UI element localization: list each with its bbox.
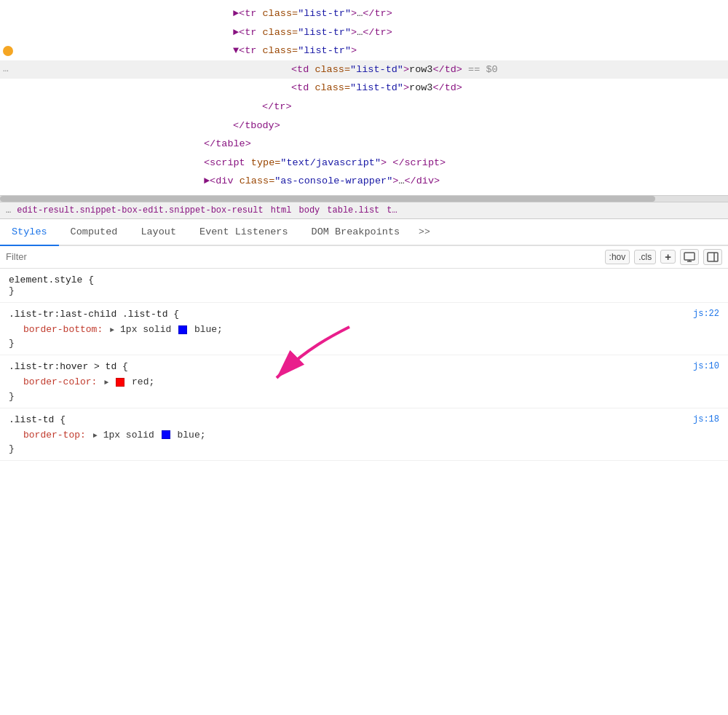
css-property-line: border-color: ► red; [9,374,719,390]
add-style-button[interactable]: + [660,250,676,264]
html-content: <script type="text/javascript"> </script… [29,155,728,171]
html-line[interactable]: ▼<tr class="list-tr"> [0,42,728,60]
tabs-bar: Styles Computed Layout Event Listeners D… [0,219,728,246]
html-line[interactable]: ►<tr class="list-tr">…</tr> [0,4,728,23]
html-line-selected[interactable]: … <td class="list-td">row3</td> == $0 [0,60,728,79]
html-tree-panel: ►<tr class="list-tr">…</tr> ►<tr class="… [0,0,728,196]
css-source[interactable]: js:18 [693,414,719,424]
sidebar-icon-button[interactable] [703,249,722,265]
expand-triangle[interactable]: ► [110,326,119,334]
filter-controls: :hov .cls + [605,249,722,265]
html-line[interactable]: ►<div class="as-console-wrapper">…</div> [0,172,728,191]
css-selector: .list-tr:last-child .list-td { [9,309,179,320]
tab-layout[interactable]: Layout [129,219,188,246]
color-swatch-blue[interactable] [162,430,170,439]
css-rule-header: .list-td { js:18 [9,414,719,425]
css-color-label: red; [132,376,154,387]
expand-triangle[interactable]: ► [93,432,102,440]
css-source[interactable]: js:10 [693,361,719,371]
dots-icon: … [3,62,9,77]
hov-button[interactable]: :hov [605,250,630,264]
tab-computed[interactable]: Computed [59,219,130,246]
filter-input[interactable] [6,251,599,262]
monitor-icon [684,251,695,263]
breadcrumb-item[interactable]: body [298,205,320,216]
html-content: ►<tr class="list-tr">…</tr> [29,6,728,22]
html-content: </tbody> [29,118,728,134]
tab-styles[interactable]: Styles [0,219,59,246]
html-line[interactable]: ►<tr class="list-tr">…</tr> [0,23,728,42]
tab-event-listeners[interactable]: Event Listeners [188,219,300,246]
html-content: <td class="list-td">row3</td> [29,80,728,96]
css-property-value: 1px solid [103,430,160,441]
html-content: ►<div class="as-console-wrapper">…</div> [29,173,728,189]
css-selector: element.style { [9,274,719,285]
svg-rect-0 [684,253,695,260]
html-line[interactable]: </table> [0,135,728,154]
html-line[interactable]: </tbody> [0,116,728,135]
expand-triangle[interactable]: ► [104,379,113,387]
css-property-name: border-top: [23,430,86,441]
css-close-brace: } [9,338,719,349]
css-rule-block: .list-tr:last-child .list-td { js:22 bor… [0,303,728,355]
html-line[interactable]: </tr> [0,98,728,116]
svg-rect-3 [708,253,718,261]
html-content: ►<tr class="list-tr">…</tr> [29,25,728,41]
html-content: </table> [29,136,728,152]
html-line[interactable]: <script type="text/javascript"> </script… [0,154,728,173]
scroll-indicator[interactable] [0,196,728,202]
cls-button[interactable]: .cls [634,250,656,264]
css-selector: .list-td { [9,414,66,425]
tab-more[interactable]: >> [411,219,438,245]
breadcrumb-dots: … [6,205,11,216]
css-property-line: border-bottom: ► 1px solid blue; [9,321,719,338]
css-rule-block: .list-td { js:18 border-top: ► 1px solid… [0,408,728,461]
html-line[interactable]: <td class="list-td">row3</td> [0,79,728,98]
html-content: ▼<tr class="list-tr"> [29,43,728,59]
css-property-value: 1px solid [120,324,177,335]
css-color-label: blue; [177,430,205,441]
css-panel: element.style { } .list-tr:last-child .l… [0,269,728,715]
css-property-name: border-color: [23,376,97,387]
css-rule-header: .list-tr:last-child .list-td { js:22 [9,309,719,320]
breadcrumb-item[interactable]: edit-result.snippet-box-edit.snippet-box… [17,205,263,216]
breadcrumb-bar: … edit-result.snippet-box-edit.snippet-b… [0,202,728,219]
line-gutter: … [0,62,29,77]
devtools-panel: ►<tr class="list-tr">…</tr> ►<tr class="… [0,0,728,715]
css-rule-header: .list-tr:hover > td { js:10 [9,361,719,372]
monitor-icon-button[interactable] [680,249,699,265]
breakpoint-dot [3,46,13,56]
breadcrumb-item[interactable]: table.list [327,205,379,216]
css-color-label: blue; [194,324,223,335]
css-selector: .list-tr:hover > td { [9,361,128,372]
tab-dom-breakpoints[interactable]: DOM Breakpoints [300,219,412,246]
filter-input-wrap [6,251,599,262]
filter-bar: :hov .cls + [0,246,728,269]
html-content: <td class="list-td">row3</td> == $0 [29,62,728,78]
sidebar-icon [707,251,719,263]
scroll-thumb [0,196,655,202]
color-swatch-red[interactable] [116,378,124,387]
line-gutter [0,46,29,56]
css-rule-block: .list-tr:hover > td { js:10 border-color… [0,355,728,408]
css-rule-element-style: element.style { } [0,269,728,303]
css-close-brace: } [9,391,719,402]
html-content: </tr> [29,99,728,115]
css-property-name: border-bottom: [23,324,103,335]
color-swatch-blue[interactable] [178,325,187,334]
css-close-brace: } [9,443,719,454]
css-close-brace: } [9,285,719,296]
breadcrumb-item[interactable]: t… [387,205,397,216]
css-property-line: border-top: ► 1px solid blue; [9,427,719,443]
css-source[interactable]: js:22 [693,309,719,319]
breadcrumb-item[interactable]: html [271,205,292,216]
